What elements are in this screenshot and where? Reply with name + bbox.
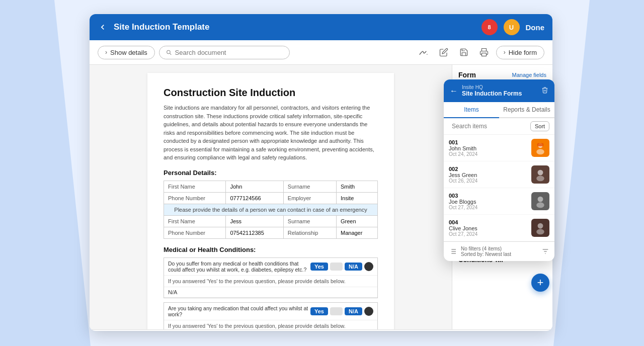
avatar[interactable]: U: [504, 19, 520, 35]
document-intro: Site inductions are mandatory for all pe…: [164, 104, 378, 162]
list-icon: [449, 247, 457, 255]
trash-icon[interactable]: [541, 86, 548, 95]
emergency-notice: Please provide the details of a person w…: [164, 204, 378, 215]
mq2-buttons: Yes N/A: [310, 307, 373, 316]
first-name-label: First Name: [164, 181, 226, 192]
item-info-002: 002 Jess Green Oct 26, 2024: [449, 166, 531, 184]
svg-rect-0: [481, 53, 486, 56]
relationship-label: Relationship: [283, 227, 336, 238]
flyout-items-list: 001 John Smith Oct 24, 2024 002 Jess Gre…: [444, 135, 554, 241]
mq2-yes-button[interactable]: Yes: [310, 307, 328, 315]
personal-details-title: Personal Details:: [164, 169, 378, 177]
svg-rect-5: [537, 143, 543, 146]
medical-title: Medical or Health Conditions:: [164, 246, 378, 253]
item-info-004: 004 Clive Jones Oct 27, 2024: [449, 219, 531, 237]
surname-value: Smith: [336, 181, 377, 192]
phone-label: Phone Number: [164, 192, 226, 204]
done-button[interactable]: Done: [526, 23, 545, 32]
notification-badge[interactable]: 8: [481, 19, 498, 35]
employer-value: Insite: [336, 192, 377, 204]
mq1-grey-button: [330, 263, 343, 271]
mq2-dot-button[interactable]: [364, 307, 373, 316]
mq1-na-value: N/A: [164, 287, 377, 298]
flyout-search-input[interactable]: [452, 123, 527, 130]
print-icon[interactable]: [476, 44, 492, 60]
list-item[interactable]: 004 Clive Jones Oct 27, 2024: [444, 215, 554, 241]
medical-q1: Do you suffer from any medical or health…: [164, 257, 378, 298]
footer-filters-text: No filters (4 items) Sorted by: Newest l…: [461, 246, 537, 257]
emerg-surname-label: Surname: [283, 215, 336, 227]
document-title: Construction Site Induction: [164, 87, 378, 99]
flyout-footer: No filters (4 items) Sorted by: Newest l…: [444, 241, 554, 261]
svg-point-11: [536, 229, 544, 234]
flyout-panel: ← Insite HQ Site Induction Forms Items R…: [444, 79, 554, 261]
flyout-company: Insite HQ: [462, 84, 537, 90]
list-item[interactable]: 001 John Smith Oct 24, 2024: [444, 135, 554, 161]
document-page: Construction Site Induction Site inducti…: [147, 73, 394, 329]
flyout-search-bar: Sort: [444, 118, 554, 135]
emerg-phone-label: Phone Number: [164, 227, 226, 238]
svg-point-4: [536, 149, 544, 154]
surname-label: Surname: [283, 181, 336, 192]
back-button[interactable]: [98, 22, 108, 32]
item-info-003: 003 Joe Bloggs Oct 27, 2024: [449, 193, 531, 210]
item-info-001: 001 John Smith Oct 24, 2024: [449, 139, 531, 157]
employer-label: Employer: [283, 192, 336, 204]
manage-fields-link[interactable]: Manage fields: [512, 72, 547, 78]
phone-value: 0777124566: [226, 192, 283, 204]
page-title: Site Induction Template: [114, 22, 475, 32]
panel-header: Form Manage fields: [458, 71, 546, 79]
mq2-row: Are you taking any medication that could…: [164, 303, 377, 320]
mq2-detail: If you answered 'Yes' to the previous qu…: [164, 320, 377, 330]
emerg-phone-value: 07542112385: [226, 227, 283, 238]
chevron-right-icon2: ›: [504, 49, 506, 56]
medical-q2: Are you taking any medication that could…: [164, 302, 378, 330]
list-item[interactable]: 002 Jess Green Oct 26, 2024: [444, 161, 554, 188]
svg-point-7: [536, 176, 544, 181]
mq2-na-button[interactable]: N/A: [345, 307, 362, 315]
item-avatar-001: [531, 139, 549, 157]
bottom-bar: Edit Copy: [90, 329, 552, 331]
mq1-dot-button[interactable]: [364, 262, 373, 271]
mq1-na-button[interactable]: N/A: [345, 263, 362, 271]
filter-icon[interactable]: [541, 247, 549, 255]
hide-form-button[interactable]: › Hide form: [496, 46, 544, 59]
emerg-first-name-label: First Name: [164, 215, 226, 227]
item-avatar-003: [531, 192, 549, 210]
flyout-header-text: Insite HQ Site Induction Forms: [462, 84, 537, 97]
svg-point-10: [538, 223, 543, 229]
signature-icon[interactable]: [416, 44, 432, 60]
mq1-buttons: Yes N/A: [310, 262, 373, 271]
mq2-grey-button: [330, 307, 343, 315]
sort-button[interactable]: Sort: [530, 121, 549, 131]
first-name-value: John: [226, 181, 283, 192]
flyout-tabs: Items Reports & Details: [444, 102, 554, 118]
toolbar: › Show details › Hide form: [90, 40, 552, 65]
emerg-surname-value: Green: [336, 215, 377, 227]
svg-point-9: [536, 202, 544, 208]
search-icon: [166, 49, 172, 56]
search-box[interactable]: [159, 46, 290, 59]
list-item[interactable]: 003 Joe Bloggs Oct 27, 2024: [444, 188, 554, 215]
flyout-form-name: Site Induction Forms: [462, 90, 537, 97]
show-details-button[interactable]: › Show details: [98, 46, 155, 59]
chevron-right-icon: ›: [105, 49, 107, 56]
svg-point-6: [538, 170, 543, 176]
fab-add-button[interactable]: +: [531, 274, 549, 292]
tab-reports[interactable]: Reports & Details: [499, 102, 554, 117]
edit-icon[interactable]: [436, 44, 452, 60]
save-icon[interactable]: [456, 44, 472, 60]
mq1-detail: If you answered 'Yes' to the previous qu…: [164, 276, 377, 287]
item-avatar-002: [531, 165, 549, 184]
search-input[interactable]: [175, 49, 283, 56]
mq1-yes-button[interactable]: Yes: [310, 263, 328, 271]
document-area: Construction Site Induction Site inducti…: [90, 65, 452, 329]
svg-point-8: [538, 197, 543, 202]
personal-details-table: First Name John Surname Smith Phone Numb…: [164, 181, 378, 239]
header: Site Induction Template 8 U Done: [90, 14, 552, 40]
flyout-back-button[interactable]: ←: [450, 86, 458, 96]
tab-items[interactable]: Items: [444, 102, 499, 118]
mq1-row: Do you suffer from any medical or health…: [164, 258, 377, 276]
flyout-header: ← Insite HQ Site Induction Forms: [444, 79, 554, 102]
emerg-first-name-value: Jess: [226, 215, 283, 227]
